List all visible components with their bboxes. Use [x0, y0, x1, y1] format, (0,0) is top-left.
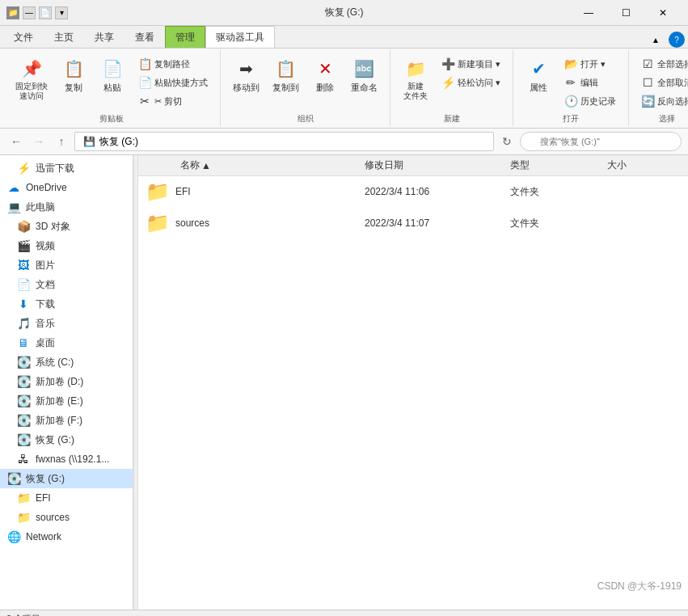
sidebar-item-desktop[interactable]: 🖥 桌面 [0, 333, 133, 352]
copy-path-icon: 📋 [138, 57, 151, 70]
tab-file[interactable]: 文件 [3, 26, 44, 48]
deselect-all-icon: ☐ [641, 76, 654, 89]
copy-path-btn[interactable]: 📋 复制路径 [133, 55, 213, 73]
file-type-cell: 文件夹 [510, 217, 607, 230]
sidebar-item-drive-d[interactable]: 💽 新加卷 (D:) [0, 372, 133, 391]
open-icon: 📂 [564, 57, 577, 70]
delete-btn[interactable]: ✕ 删除 [306, 52, 344, 97]
sidebar-item-drive-g[interactable]: 💽 恢复 (G:) [0, 430, 133, 449]
refresh-btn[interactable]: ↻ [497, 132, 517, 151]
sidebar-item-efi[interactable]: 📁 EFI [0, 488, 133, 508]
folder-icon: 📁 [145, 210, 171, 236]
sidebar-item-thispc[interactable]: 💻 此电脑 [0, 197, 133, 217]
recovery-drive-icon: 💽 [6, 471, 21, 486]
col-header-size[interactable]: 大小 [607, 158, 672, 172]
col-header-name[interactable]: 名称 ▲ [138, 158, 365, 172]
rename-icon: 🔤 [352, 56, 378, 82]
title-bar-menu2[interactable]: ▾ [55, 6, 68, 19]
edit-btn[interactable]: ✏ 编辑 [559, 74, 622, 91]
main-area: ⚡ 迅雷下载 ☁ OneDrive 💻 此电脑 📦 3D 对象 🎬 视频 🖼 图… [0, 155, 688, 610]
file-date-cell: 2022/3/4 11:07 [365, 217, 510, 229]
new-folder-btn[interactable]: 📁 新建文件夹 [397, 52, 434, 105]
paste-shortcut-btn[interactable]: 📄 粘贴快捷方式 [133, 74, 213, 91]
open-btn[interactable]: 📂 打开 ▾ [559, 55, 622, 73]
deselect-all-btn[interactable]: ☐ 全部取消 [635, 74, 688, 91]
up-btn[interactable]: ↑ [52, 132, 71, 151]
easy-access-btn[interactable]: ⚡ 轻松访问 ▾ [436, 74, 506, 91]
drive-c-icon: 💽 [16, 355, 31, 369]
tab-home[interactable]: 主页 [44, 26, 84, 48]
sidebar-item-recovery-selected[interactable]: 💽 恢复 (G:) [0, 469, 133, 488]
new-item-btn[interactable]: ➕ 新建项目 ▾ [436, 55, 506, 73]
sidebar-item-videos[interactable]: 🎬 视频 [0, 236, 133, 255]
tab-drive-tools[interactable]: 驱动器工具 [205, 26, 275, 48]
col-header-date[interactable]: 修改日期 [365, 158, 510, 172]
delete-icon: ✕ [312, 56, 338, 82]
thunder-icon: ⚡ [16, 161, 31, 175]
pin-icon: 📌 [19, 56, 44, 82]
table-row[interactable]: 📁 EFI 2022/3/4 11:06 文件夹 [138, 176, 688, 208]
organize-buttons: ➡ 移动到 📋 复制到 ✕ 删除 🔤 重命名 [227, 52, 383, 110]
sidebar-item-fwxnas[interactable]: 🖧 fwxnas (\\192.1... [0, 449, 133, 469]
ribbon-group-clipboard: 📌 固定到快速访问 📋 复制 📄 粘贴 📋 复制路径 📄 粘贴快捷方式 [3, 50, 221, 126]
col-header-type[interactable]: 类型 [510, 158, 607, 172]
copy-to-btn[interactable]: 📋 复制到 [267, 52, 305, 97]
cut-icon: ✂ [138, 95, 151, 108]
desktop-icon: 🖥 [16, 335, 31, 350]
tab-view[interactable]: 查看 [125, 26, 165, 48]
view-list-icon[interactable]: ≡ [675, 613, 682, 617]
paste-btn[interactable]: 📄 粘贴 [94, 52, 131, 97]
sidebar-item-pictures[interactable]: 🖼 图片 [0, 255, 133, 275]
view-large-icon[interactable]: ⊞ [659, 613, 669, 617]
maximize-button[interactable]: ☐ [607, 0, 644, 26]
select-all-btn[interactable]: ☑ 全部选择 [635, 55, 688, 73]
rename-btn[interactable]: 🔤 重命名 [345, 52, 383, 97]
copy-icon: 📋 [61, 56, 87, 82]
help-btn[interactable]: ? [669, 32, 685, 48]
sidebar-item-documents[interactable]: 📄 文档 [0, 275, 133, 294]
fwxnas-icon: 🖧 [16, 452, 31, 466]
quick-access-btn[interactable]: — [23, 6, 36, 19]
sidebar-item-sources[interactable]: 📁 sources [0, 508, 133, 527]
folder-icon: 📁 [145, 179, 171, 205]
sidebar-item-network[interactable]: 🌐 Network [0, 527, 133, 546]
status-right: ⊞ ≡ [659, 613, 682, 617]
invert-selection-btn[interactable]: 🔄 反向选择 [635, 92, 688, 110]
sidebar: ⚡ 迅雷下载 ☁ OneDrive 💻 此电脑 📦 3D 对象 🎬 视频 🖼 图… [0, 155, 133, 610]
sidebar-item-downloads[interactable]: ⬇ 下载 [0, 294, 133, 314]
sidebar-item-drive-c[interactable]: 💽 系统 (C:) [0, 352, 133, 372]
new-small-group: ➕ 新建项目 ▾ ⚡ 轻松访问 ▾ [436, 55, 506, 91]
history-btn[interactable]: 🕐 历史记录 [559, 92, 622, 110]
table-row[interactable]: 📁 sources 2022/3/4 11:07 文件夹 [138, 208, 688, 239]
properties-icon: ✔ [525, 56, 551, 82]
sidebar-item-3dobjects[interactable]: 📦 3D 对象 [0, 217, 133, 236]
copy-btn[interactable]: 📋 复制 [55, 52, 92, 97]
sidebar-item-drive-e[interactable]: 💽 新加卷 (E:) [0, 391, 133, 411]
file-name-cell: 📁 sources [138, 210, 365, 236]
move-to-btn[interactable]: ➡ 移动到 [227, 52, 265, 97]
address-bar: ← → ↑ 💾 恢复 (G:) ↻ 🔍 [0, 129, 688, 155]
back-btn[interactable]: ← [6, 132, 26, 151]
new-buttons: 📁 新建文件夹 ➕ 新建项目 ▾ ⚡ 轻松访问 ▾ [397, 52, 506, 110]
drive-e-icon: 💽 [16, 394, 31, 408]
new-folder-icon: 📁 [403, 56, 428, 82]
sort-icon-name: ▲ [201, 160, 211, 171]
minimize-button[interactable]: — [570, 0, 607, 26]
tab-manage[interactable]: 管理 [165, 26, 205, 48]
forward-btn[interactable]: → [29, 132, 49, 151]
tab-share[interactable]: 共享 [84, 26, 125, 48]
cut-btn[interactable]: ✂ ✂ 剪切 [133, 92, 213, 110]
onedrive-icon: ☁ [6, 180, 21, 195]
sidebar-item-thunder[interactable]: ⚡ 迅雷下载 [0, 158, 133, 178]
sidebar-item-drive-f[interactable]: 💽 新加卷 (F:) [0, 411, 133, 430]
sidebar-item-onedrive[interactable]: ☁ OneDrive [0, 178, 133, 197]
pin-to-quick-access-btn[interactable]: 📌 固定到快速访问 [10, 52, 53, 105]
close-button[interactable]: ✕ [644, 0, 682, 26]
ribbon-group-open: ✔ 属性 📂 打开 ▾ ✏ 编辑 🕐 历史记录 打开 [513, 50, 629, 126]
address-input[interactable]: 💾 恢复 (G:) [74, 132, 494, 151]
properties-btn[interactable]: ✔ 属性 [520, 52, 557, 97]
title-bar-menu1[interactable]: 📄 [39, 6, 52, 19]
sidebar-item-music[interactable]: 🎵 音乐 [0, 314, 133, 333]
search-input[interactable] [520, 132, 682, 151]
ribbon-collapse-btn[interactable]: ▲ [648, 32, 664, 48]
